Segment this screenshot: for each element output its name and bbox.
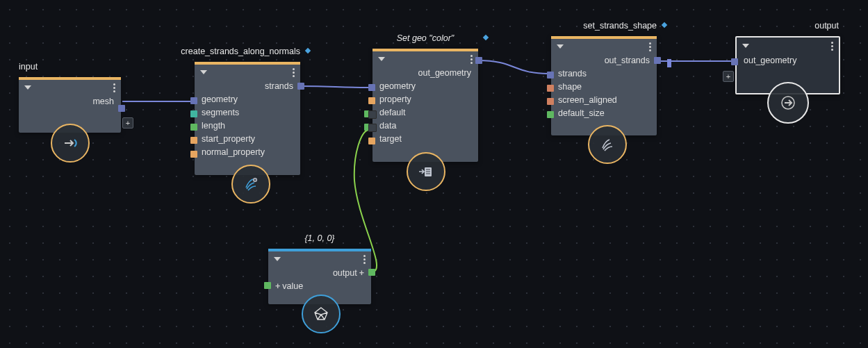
output-port-label: out_geometry: [418, 69, 471, 78]
input-port-length[interactable]: [190, 124, 197, 131]
node-badge: [588, 125, 627, 164]
collapse-icon[interactable]: [200, 70, 207, 74]
output-port[interactable]: [297, 83, 304, 90]
menu-icon[interactable]: [293, 68, 295, 77]
input-port-strands[interactable]: [547, 72, 554, 78]
node-badge-input: [51, 124, 90, 163]
collapse-icon[interactable]: [378, 57, 385, 61]
output-port-label: output: [333, 269, 357, 278]
input-port-label: start_property: [202, 135, 255, 144]
input-port-geometry[interactable]: [368, 84, 375, 91]
output-port[interactable]: [475, 57, 482, 64]
node-title: input: [19, 62, 38, 72]
input-port-out-geometry[interactable]: [731, 58, 738, 65]
collapse-icon[interactable]: [557, 44, 564, 49]
input-port-label: out_geometry: [744, 56, 796, 65]
output-port-label: strands: [265, 82, 293, 91]
node-badge: [407, 152, 445, 191]
input-port-default-extra[interactable]: [368, 110, 377, 119]
menu-icon[interactable]: [363, 255, 366, 264]
input-port-normal-property[interactable]: [190, 151, 197, 158]
node-title: set_strands_shape: [583, 21, 657, 31]
input-port-label: geometry: [202, 95, 238, 104]
output-port-label: out_strands: [605, 56, 650, 65]
input-port-start-property[interactable]: [190, 137, 197, 144]
node-set-geo-color[interactable]: Set geo "color" out_geometry geometry pr…: [372, 49, 478, 162]
output-port-mesh[interactable]: [118, 105, 125, 112]
input-port-label: shape: [558, 83, 582, 92]
input-port-target[interactable]: [368, 138, 375, 144]
input-port-screen-aligned[interactable]: [547, 98, 554, 105]
node-badge: [231, 165, 270, 204]
node-title: Set geo "color": [372, 33, 478, 43]
menu-icon[interactable]: [113, 83, 115, 92]
node-title: output: [814, 21, 839, 31]
add-input-icon[interactable]: +: [723, 71, 734, 82]
node-title: create_strands_along_normals: [181, 47, 300, 56]
collapse-icon[interactable]: [24, 85, 31, 90]
collapse-icon[interactable]: [742, 44, 749, 48]
input-port-label: data: [379, 122, 396, 131]
input-port-label: property: [379, 95, 411, 104]
input-port-label: strands: [558, 69, 587, 78]
node-title: {1, 0, 0}: [268, 233, 371, 243]
input-port-property[interactable]: [368, 97, 375, 104]
menu-icon[interactable]: [831, 42, 833, 51]
input-port-geometry[interactable]: [190, 97, 197, 104]
output-port[interactable]: [654, 57, 661, 64]
node-badge-output: [767, 82, 809, 124]
add-output-icon[interactable]: +: [122, 117, 133, 129]
menu-icon[interactable]: [470, 55, 473, 64]
input-port-label: screen_aligned: [558, 96, 617, 105]
input-port-label: default: [379, 108, 406, 117]
input-port-data-extra[interactable]: [368, 124, 377, 132]
input-port-label: geometry: [379, 82, 416, 91]
node-create-strands[interactable]: create_strands_along_normals strands geo…: [195, 62, 300, 175]
input-port-label: target: [379, 135, 402, 144]
input-port-value[interactable]: [264, 282, 271, 289]
input-port-segments[interactable]: [190, 110, 197, 117]
collapse-icon[interactable]: [274, 257, 281, 261]
input-port-default-size[interactable]: [547, 111, 554, 118]
node-set-strands-shape[interactable]: set_strands_shape out_strands strands sh…: [551, 36, 657, 135]
input-port-shape[interactable]: [547, 85, 554, 92]
menu-icon[interactable]: [649, 42, 651, 51]
node-badge: [302, 295, 341, 333]
output-port-label: mesh: [92, 97, 114, 106]
input-port-label: default_size: [558, 109, 605, 118]
input-port-label: length: [202, 122, 225, 131]
output-port[interactable]: [368, 269, 375, 276]
input-port-label: segments: [202, 108, 239, 117]
input-port-label: value: [282, 282, 303, 291]
input-port-label: normal_property: [202, 148, 265, 157]
